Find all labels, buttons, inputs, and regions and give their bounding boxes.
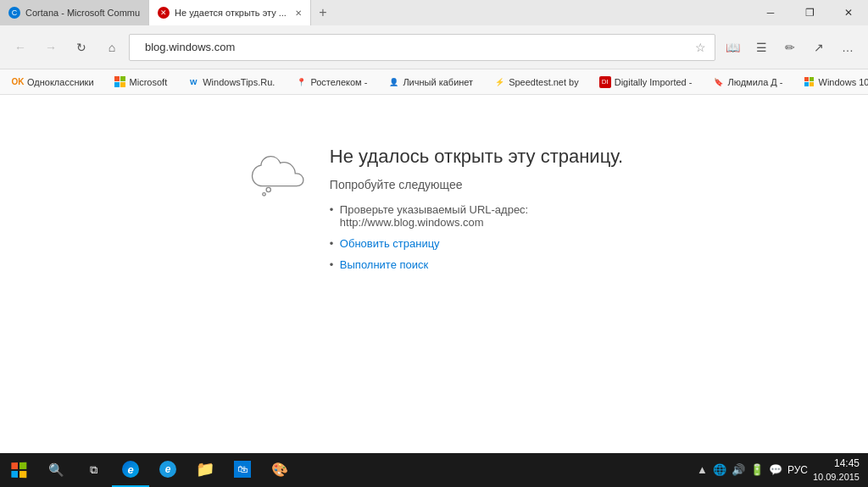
bookmark-odnoklassniki-icon: OK (12, 76, 24, 88)
bookmark-lyudmila-label: Людмила Д - (727, 77, 782, 87)
taskbar-clock[interactable]: 14:45 10.09.2015 (813, 457, 860, 483)
search-taskbar-icon: 🔍 (48, 462, 64, 478)
bookmark-lyudmila[interactable]: 🔖 Людмила Д - (707, 75, 787, 90)
taskbar-explorer-app[interactable]: 📁 (186, 453, 224, 487)
taskbar-date-display: 10.09.2015 (813, 471, 860, 483)
task-view-icon: ⧉ (90, 463, 97, 477)
start-button[interactable] (0, 453, 37, 487)
titlebar: C Cortana - Microsoft Commu ✕ Не удается… (0, 0, 868, 25)
bookmark-rostelekom-icon: 📍 (295, 76, 307, 88)
minimize-button[interactable]: ─ (751, 0, 790, 25)
taskbar-time-display: 14:45 (813, 457, 860, 471)
bookmark-speedtest-icon: ⚡ (493, 76, 505, 88)
reading-view-button[interactable]: 📖 (719, 34, 746, 61)
error-list-item-1: Проверьте указываемый URL-адрес: http://… (330, 203, 623, 229)
refresh-button[interactable]: ↻ (68, 34, 95, 61)
battery-icon[interactable]: 🔋 (750, 463, 764, 476)
taskbar-right: ▲ 🌐 🔊 🔋 💬 РУС 14:45 10.09.2015 (697, 457, 868, 483)
bookmark-lichniy-label: Личный кабинет (403, 77, 473, 87)
favorite-star-icon[interactable]: ☆ (695, 41, 706, 54)
refresh-icon: ↻ (76, 41, 86, 54)
error-list-item-3: Выполните поиск (330, 258, 623, 271)
forward-icon: → (45, 41, 57, 54)
bookmark-microsoft-icon (114, 76, 126, 88)
error-title: Не удалось открыть эту страницу. (330, 146, 623, 168)
navbar-actions: 📖 ☰ ✏ ↗ … (719, 34, 861, 61)
more-button[interactable]: … (834, 34, 861, 61)
titlebar-tabs: C Cortana - Microsoft Commu ✕ Не удается… (0, 0, 751, 25)
forward-button[interactable]: → (37, 34, 64, 61)
tab-error[interactable]: ✕ Не удается открыть эту ... ✕ (148, 0, 311, 25)
taskbar-paint-app[interactable]: 🎨 (261, 453, 298, 487)
svg-point-1 (263, 193, 266, 196)
cloud-icon (249, 154, 309, 196)
svg-point-0 (266, 187, 270, 191)
notes-button[interactable]: ✏ (776, 34, 804, 61)
error-text-area: Не удалось открыть эту страницу. Попробу… (330, 146, 623, 279)
bookmarks-bar: OK Одноклассники Microsoft W WindowsTips… (0, 69, 868, 95)
ie-icon: e (159, 461, 176, 478)
tab-error-favicon: ✕ (158, 7, 170, 19)
address-text: blog.windows.com (145, 41, 688, 53)
tab-cortana-favicon: C (8, 7, 20, 19)
bookmark-rostelekom[interactable]: 📍 Ростелеком - (290, 75, 372, 90)
language-label[interactable]: РУС (787, 464, 808, 476)
windows-logo-icon (11, 462, 26, 479)
new-tab-button[interactable]: + (311, 1, 335, 25)
search-taskbar-button[interactable]: 🔍 (37, 453, 75, 487)
back-icon: ← (14, 41, 26, 54)
error-url-label: Проверьте указываемый URL-адрес: (340, 203, 528, 216)
bookmark-microsoft[interactable]: Microsoft (109, 75, 173, 90)
error-container: Не удалось открыть эту страницу. Попробу… (245, 146, 623, 279)
bookmark-windows10-label: Windows 10 (819, 77, 868, 87)
paint-icon: 🎨 (271, 462, 288, 478)
error-url-value: http://www.blog.windows.com (340, 216, 484, 229)
chevron-up-icon[interactable]: ▲ (697, 463, 708, 476)
home-icon: ⌂ (108, 41, 115, 54)
taskbar-ie-app[interactable]: e (149, 453, 186, 487)
taskbar-store-app[interactable]: 🛍 (224, 453, 261, 487)
bookmark-lyudmila-icon: 🔖 (712, 76, 724, 88)
home-button[interactable]: ⌂ (98, 34, 125, 61)
taskbar-system-icons: ▲ 🌐 🔊 🔋 💬 (697, 463, 782, 476)
task-view-button[interactable]: ⧉ (75, 453, 112, 487)
address-bar[interactable]: blog.windows.com ☆ (129, 34, 715, 61)
store-icon: 🛍 (234, 461, 251, 478)
tab-error-label: Не удается открыть эту ... (175, 8, 287, 18)
notification-icon[interactable]: 💬 (769, 463, 782, 476)
error-icon-area (245, 146, 313, 196)
bookmark-windowstips-icon: W (187, 76, 199, 88)
taskbar-edge-app[interactable]: e (112, 453, 149, 487)
back-button[interactable]: ← (7, 34, 34, 61)
close-button[interactable]: ✕ (829, 0, 868, 25)
restore-button[interactable]: ❐ (790, 0, 829, 25)
titlebar-controls: ─ ❐ ✕ (751, 0, 868, 25)
bookmark-odnoklassniki[interactable]: OK Одноклассники (7, 75, 99, 90)
bookmark-odnoklassniki-label: Одноклассники (27, 77, 94, 87)
network-icon[interactable]: 🌐 (713, 463, 726, 476)
edge-icon: e (122, 461, 139, 478)
tab-close-button[interactable]: ✕ (295, 8, 302, 18)
bookmark-microsoft-label: Microsoft (130, 77, 168, 87)
bookmark-windowstips-label: WindowsTips.Ru. (203, 77, 275, 87)
tab-cortana[interactable]: C Cortana - Microsoft Commu (0, 0, 148, 25)
volume-icon[interactable]: 🔊 (732, 463, 745, 476)
hub-button[interactable]: ☰ (748, 34, 775, 61)
share-button[interactable]: ↗ (805, 34, 832, 61)
bookmark-windowstips[interactable]: W WindowsTips.Ru. (182, 75, 280, 90)
bookmark-digitally-label: Digitally Imported - (615, 77, 693, 87)
search-link[interactable]: Выполните поиск (340, 258, 428, 271)
bookmark-windows10[interactable]: Windows 10 (798, 75, 868, 90)
bookmark-digitally[interactable]: DI Digitally Imported - (594, 75, 698, 90)
taskbar: 🔍 ⧉ e e 📁 🛍 🎨 ▲ 🌐 🔊 🔋 💬 РУС 14 (0, 453, 868, 487)
error-subtitle: Попробуйте следующее (330, 178, 623, 191)
bookmark-speedtest-label: Speedtest.net by (509, 77, 579, 87)
refresh-link[interactable]: Обновить страницу (340, 237, 440, 250)
bookmark-rostelekom-label: Ростелеком - (310, 77, 367, 87)
bookmark-lichniy[interactable]: 👤 Личный кабинет (382, 75, 478, 90)
bookmark-windows10-icon (804, 76, 815, 88)
error-list-item-2: Обновить страницу (330, 237, 623, 250)
bookmark-speedtest[interactable]: ⚡ Speedtest.net by (488, 75, 584, 90)
bookmark-lichniy-icon: 👤 (387, 76, 399, 88)
bookmark-digitally-icon: DI (599, 76, 611, 88)
